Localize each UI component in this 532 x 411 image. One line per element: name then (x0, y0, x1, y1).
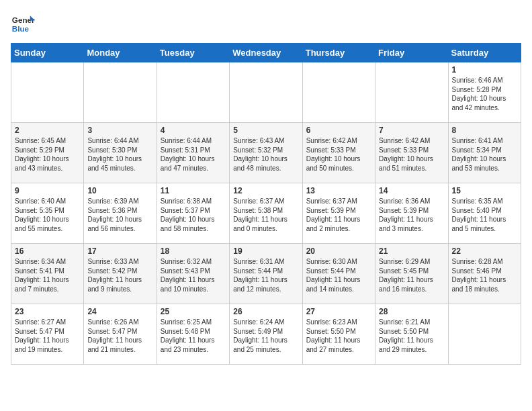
calendar-header-row: SundayMondayTuesdayWednesdayThursdayFrid… (11, 44, 521, 62)
day-info: Sunrise: 6:34 AM Sunset: 5:41 PM Dayligh… (15, 257, 80, 293)
calendar-table: SundayMondayTuesdayWednesdayThursdayFrid… (11, 43, 521, 365)
calendar-day-cell: 3Sunrise: 6:44 AM Sunset: 5:30 PM Daylig… (84, 123, 157, 183)
day-info: Sunrise: 6:27 AM Sunset: 5:47 PM Dayligh… (15, 318, 80, 354)
calendar-day-cell: 24Sunrise: 6:26 AM Sunset: 5:47 PM Dayli… (84, 304, 157, 365)
svg-text:Blue: Blue (12, 24, 30, 33)
calendar-day-cell: 19Sunrise: 6:31 AM Sunset: 5:44 PM Dayli… (230, 244, 302, 304)
calendar-day-cell: 26Sunrise: 6:24 AM Sunset: 5:49 PM Dayli… (230, 304, 302, 365)
day-number: 17 (87, 246, 152, 256)
calendar-day-header: Tuesday (157, 44, 229, 62)
day-info: Sunrise: 6:29 AM Sunset: 5:45 PM Dayligh… (379, 257, 444, 293)
day-number: 3 (87, 126, 152, 135)
calendar-day-cell: 2Sunrise: 6:45 AM Sunset: 5:29 PM Daylig… (11, 123, 84, 183)
day-number: 10 (87, 186, 152, 195)
day-info: Sunrise: 6:35 AM Sunset: 5:40 PM Dayligh… (452, 197, 517, 233)
calendar-day-cell: 15Sunrise: 6:35 AM Sunset: 5:40 PM Dayli… (448, 183, 521, 244)
calendar-day-cell: 7Sunrise: 6:42 AM Sunset: 5:33 PM Daylig… (375, 123, 448, 183)
day-number: 15 (452, 186, 517, 195)
day-number: 9 (15, 186, 80, 195)
day-number: 7 (379, 126, 444, 135)
day-info: Sunrise: 6:32 AM Sunset: 5:43 PM Dayligh… (161, 257, 226, 293)
day-info: Sunrise: 6:42 AM Sunset: 5:33 PM Dayligh… (306, 136, 371, 173)
calendar-day-header: Friday (375, 44, 448, 62)
calendar-day-header: Sunday (11, 44, 84, 62)
calendar-day-cell: 20Sunrise: 6:30 AM Sunset: 5:44 PM Dayli… (302, 244, 375, 304)
day-number: 19 (233, 246, 298, 256)
day-number: 12 (233, 186, 298, 195)
day-number: 26 (233, 307, 298, 316)
calendar-day-cell: 5Sunrise: 6:43 AM Sunset: 5:32 PM Daylig… (230, 123, 302, 183)
day-info: Sunrise: 6:23 AM Sunset: 5:50 PM Dayligh… (306, 318, 371, 354)
day-number: 5 (233, 126, 298, 135)
day-info: Sunrise: 6:28 AM Sunset: 5:46 PM Dayligh… (452, 257, 517, 293)
day-number: 4 (161, 126, 226, 135)
day-number: 21 (379, 246, 444, 256)
calendar-day-cell: 12Sunrise: 6:37 AM Sunset: 5:38 PM Dayli… (230, 183, 302, 244)
day-number: 24 (87, 307, 152, 316)
day-number: 13 (306, 186, 371, 195)
calendar-day-cell: 22Sunrise: 6:28 AM Sunset: 5:46 PM Dayli… (448, 244, 521, 304)
calendar-day-cell (84, 62, 157, 123)
day-number: 20 (306, 246, 371, 256)
day-number: 25 (161, 307, 226, 316)
calendar-day-cell: 4Sunrise: 6:44 AM Sunset: 5:31 PM Daylig… (157, 123, 229, 183)
day-info: Sunrise: 6:33 AM Sunset: 5:42 PM Dayligh… (87, 257, 152, 293)
day-number: 16 (15, 246, 80, 256)
day-number: 27 (306, 307, 371, 316)
calendar-day-cell (302, 62, 375, 123)
day-info: Sunrise: 6:42 AM Sunset: 5:33 PM Dayligh… (379, 136, 444, 173)
page-header: General Blue (11, 11, 521, 35)
calendar-day-cell: 11Sunrise: 6:38 AM Sunset: 5:37 PM Dayli… (157, 183, 229, 244)
calendar-day-cell (11, 62, 84, 123)
day-number: 8 (452, 126, 517, 135)
day-info: Sunrise: 6:40 AM Sunset: 5:35 PM Dayligh… (15, 197, 80, 233)
day-info: Sunrise: 6:37 AM Sunset: 5:39 PM Dayligh… (306, 197, 371, 233)
calendar-day-header: Saturday (448, 44, 521, 62)
calendar-day-cell: 8Sunrise: 6:41 AM Sunset: 5:34 PM Daylig… (448, 123, 521, 183)
calendar-week-row: 9Sunrise: 6:40 AM Sunset: 5:35 PM Daylig… (11, 183, 521, 244)
calendar-week-row: 16Sunrise: 6:34 AM Sunset: 5:41 PM Dayli… (11, 244, 521, 304)
day-info: Sunrise: 6:39 AM Sunset: 5:36 PM Dayligh… (87, 197, 152, 233)
day-info: Sunrise: 6:26 AM Sunset: 5:47 PM Dayligh… (87, 318, 152, 354)
calendar-day-cell: 28Sunrise: 6:21 AM Sunset: 5:50 PM Dayli… (375, 304, 448, 365)
day-number: 1 (452, 65, 517, 75)
calendar-week-row: 23Sunrise: 6:27 AM Sunset: 5:47 PM Dayli… (11, 304, 521, 365)
calendar-day-cell (157, 62, 229, 123)
day-number: 22 (452, 246, 517, 256)
logo-icon: General Blue (11, 11, 35, 35)
day-number: 18 (161, 246, 226, 256)
day-info: Sunrise: 6:44 AM Sunset: 5:30 PM Dayligh… (87, 136, 152, 173)
calendar-day-cell: 16Sunrise: 6:34 AM Sunset: 5:41 PM Dayli… (11, 244, 84, 304)
day-info: Sunrise: 6:45 AM Sunset: 5:29 PM Dayligh… (15, 136, 80, 173)
day-info: Sunrise: 6:31 AM Sunset: 5:44 PM Dayligh… (233, 257, 298, 293)
calendar-day-cell: 9Sunrise: 6:40 AM Sunset: 5:35 PM Daylig… (11, 183, 84, 244)
calendar-day-cell: 10Sunrise: 6:39 AM Sunset: 5:36 PM Dayli… (84, 183, 157, 244)
day-number: 11 (161, 186, 226, 195)
calendar-day-cell: 1Sunrise: 6:46 AM Sunset: 5:28 PM Daylig… (448, 62, 521, 123)
day-number: 14 (379, 186, 444, 195)
day-info: Sunrise: 6:43 AM Sunset: 5:32 PM Dayligh… (233, 136, 298, 173)
calendar-day-cell: 17Sunrise: 6:33 AM Sunset: 5:42 PM Dayli… (84, 244, 157, 304)
day-info: Sunrise: 6:36 AM Sunset: 5:39 PM Dayligh… (379, 197, 444, 233)
day-info: Sunrise: 6:30 AM Sunset: 5:44 PM Dayligh… (306, 257, 371, 293)
calendar-day-header: Monday (84, 44, 157, 62)
calendar-day-cell: 23Sunrise: 6:27 AM Sunset: 5:47 PM Dayli… (11, 304, 84, 365)
calendar-day-cell: 13Sunrise: 6:37 AM Sunset: 5:39 PM Dayli… (302, 183, 375, 244)
day-info: Sunrise: 6:41 AM Sunset: 5:34 PM Dayligh… (452, 136, 517, 173)
calendar-day-cell: 18Sunrise: 6:32 AM Sunset: 5:43 PM Dayli… (157, 244, 229, 304)
day-info: Sunrise: 6:46 AM Sunset: 5:28 PM Dayligh… (452, 76, 517, 112)
calendar-day-cell (448, 304, 521, 365)
calendar-day-cell (230, 62, 302, 123)
day-number: 2 (15, 126, 80, 135)
calendar-week-row: 1Sunrise: 6:46 AM Sunset: 5:28 PM Daylig… (11, 62, 521, 123)
day-info: Sunrise: 6:25 AM Sunset: 5:48 PM Dayligh… (161, 318, 226, 354)
day-info: Sunrise: 6:37 AM Sunset: 5:38 PM Dayligh… (233, 197, 298, 233)
calendar-day-cell: 6Sunrise: 6:42 AM Sunset: 5:33 PM Daylig… (302, 123, 375, 183)
day-number: 6 (306, 126, 371, 135)
calendar-day-cell: 21Sunrise: 6:29 AM Sunset: 5:45 PM Dayli… (375, 244, 448, 304)
calendar-day-cell (375, 62, 448, 123)
calendar-day-cell: 27Sunrise: 6:23 AM Sunset: 5:50 PM Dayli… (302, 304, 375, 365)
calendar-day-cell: 14Sunrise: 6:36 AM Sunset: 5:39 PM Dayli… (375, 183, 448, 244)
day-number: 28 (379, 307, 444, 316)
calendar-week-row: 2Sunrise: 6:45 AM Sunset: 5:29 PM Daylig… (11, 123, 521, 183)
